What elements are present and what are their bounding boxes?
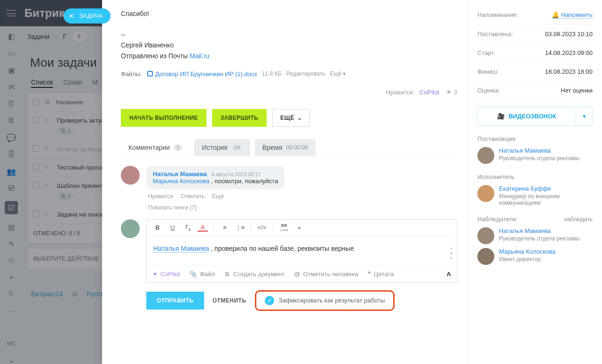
avatar xyxy=(121,166,140,185)
underline-icon[interactable]: U xyxy=(167,224,178,231)
comment-bubble: Наталья Мамаева 4 августа 2023 08:17 Мар… xyxy=(146,166,285,189)
person-role: Ивент-директор xyxy=(499,256,555,263)
like-link[interactable]: Нравится xyxy=(386,89,412,96)
side-heading: Наблюдатели xyxy=(477,216,516,223)
finish-button[interactable]: ЗАВЕРШИТЬ xyxy=(212,109,267,127)
chevron-down-icon: ⌄ xyxy=(297,115,302,121)
task-chip: ✕ ЗАДАЧА xyxy=(63,8,111,23)
person-name[interactable]: Марьяна Колоскова xyxy=(499,248,555,255)
attach-copilot[interactable]: ✦ CoPilot xyxy=(152,271,180,278)
person-name[interactable]: Наталья Мамаева xyxy=(499,147,580,154)
camera-icon: 🎥 xyxy=(497,113,505,120)
comment-more[interactable]: Ещё xyxy=(212,193,224,200)
avatar xyxy=(477,248,494,265)
comment-date: 4 августа 2023 08:17 xyxy=(211,171,261,177)
code-icon[interactable]: </> xyxy=(257,224,267,231)
check-icon: ✓ xyxy=(265,296,274,305)
eye-icon: 👁 xyxy=(446,89,452,96)
person-name[interactable]: Екатерина Буффе xyxy=(499,185,593,192)
file-link[interactable]: Договор ИП Брусничкин ИР (1).docx xyxy=(147,70,257,77)
attach-file[interactable]: 📎 Файл xyxy=(190,271,215,278)
strike-icon[interactable]: Tx xyxy=(182,224,193,232)
editor-input[interactable]: Наталья Мамаева , проверила по нашей баз… xyxy=(147,236,457,265)
start-button[interactable]: НАЧАТЬ ВЫПОЛНЕНИЕ xyxy=(121,109,206,127)
message-line: -- xyxy=(121,30,457,40)
person-name[interactable]: Наталья Мамаева xyxy=(499,227,580,234)
attach-mention[interactable]: @ Отметить человека xyxy=(294,271,358,278)
bbcode-icon[interactable]: BBCODE xyxy=(279,224,289,232)
color-icon[interactable]: A xyxy=(198,224,208,232)
attach-quote[interactable]: ❞ Цитата xyxy=(368,271,394,278)
videocall-dropdown[interactable]: ▾ xyxy=(576,107,593,126)
more-button[interactable]: ЕЩЁ⌄ xyxy=(272,109,310,127)
side-heading: Постановщик xyxy=(477,135,593,142)
close-icon[interactable]: ✕ xyxy=(67,12,76,20)
attach-doc[interactable]: 🗎 Создать документ xyxy=(224,271,285,278)
comment-author[interactable]: Наталья Мамаева xyxy=(153,170,207,178)
avatar xyxy=(121,219,140,238)
ulist-icon[interactable]: ⋮≡ xyxy=(235,224,245,231)
avatar xyxy=(477,185,494,202)
fix-result-button[interactable]: ✓ Зафиксировать как результат работы xyxy=(255,290,395,311)
videocall-button[interactable]: 🎥ВИДЕОЗВОНОК xyxy=(477,107,576,126)
views: 👁3 xyxy=(446,89,457,96)
file-more[interactable]: Ещё ▾ xyxy=(330,70,346,77)
mention[interactable]: Марьяна Колоскова xyxy=(153,178,209,185)
cancel-button[interactable]: ОТМЕНИТЬ xyxy=(213,297,246,304)
message-line: Спасибо! xyxy=(121,8,457,19)
comment-reply[interactable]: Ответить xyxy=(181,193,205,200)
avatar xyxy=(477,227,494,244)
file-edit[interactable]: Редактировать xyxy=(286,70,325,77)
send-button[interactable]: ОТПРАВИТЬ xyxy=(146,292,204,310)
side-heading: Исполнитель xyxy=(477,173,593,180)
watch-link[interactable]: наблюдать xyxy=(564,216,593,223)
message-sent: Отправлено из Почты Mail.ru xyxy=(121,51,457,61)
mail-link[interactable]: Mail.ru xyxy=(190,52,209,60)
person-role: Руководитель отдела рекламы xyxy=(499,235,580,242)
tab-comments[interactable]: Комментарии1 xyxy=(121,139,190,156)
message-sender: Сергей Иваненко xyxy=(121,40,457,50)
comment-like[interactable]: Нравится xyxy=(148,193,173,200)
tab-history[interactable]: История24 xyxy=(194,139,250,156)
remind-link[interactable]: 🔔Напомнить xyxy=(552,11,593,19)
font-icon[interactable]: A xyxy=(447,271,451,278)
files-label: Файлы: xyxy=(121,70,142,77)
expand-icon[interactable]: » xyxy=(294,224,304,231)
bold-icon[interactable]: B xyxy=(152,224,163,231)
copilot-link[interactable]: CoPilot xyxy=(420,89,439,96)
editor-toolbar: B U Tx A ≡ ⋮≡ </> BBCODE » xyxy=(147,220,457,236)
scroll-handle[interactable]: ▴●▾ xyxy=(450,245,453,261)
person-role: Менеджер по внешним коммуникациям xyxy=(499,193,593,206)
file-size: 11.8 КБ xyxy=(262,70,282,77)
svg-rect-1 xyxy=(148,72,152,76)
tab-time[interactable]: Время00:00:00 xyxy=(255,139,316,156)
bell-icon: 🔔 xyxy=(552,11,559,18)
person-role: Руководитель отдела рекламы xyxy=(499,155,580,162)
avatar xyxy=(477,147,494,164)
show-pings[interactable]: Показать пинги (7) xyxy=(148,204,285,211)
olist-icon[interactable]: ≡ xyxy=(220,224,230,231)
